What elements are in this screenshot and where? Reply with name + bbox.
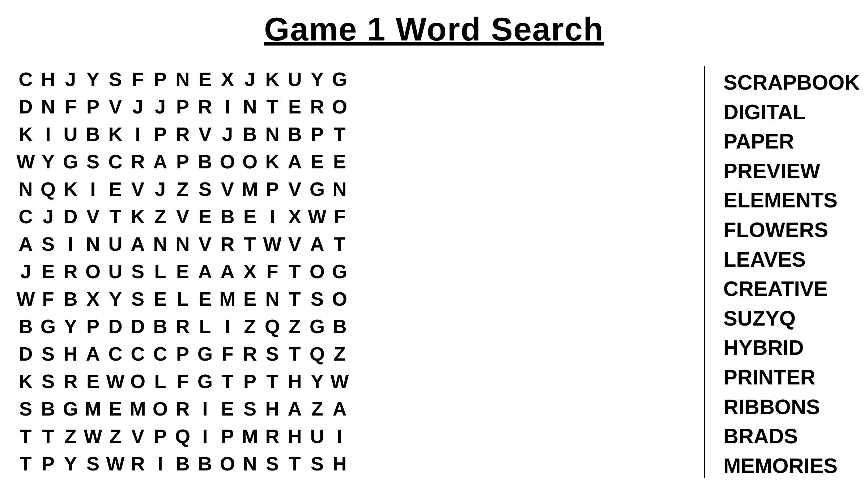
grid-cell-3-10: O	[239, 149, 261, 175]
grid-cell-0-1: H	[37, 66, 59, 92]
grid-cell-13-6: P	[149, 423, 171, 449]
grid-cell-5-8: E	[194, 203, 216, 229]
grid-cell-2-5: I	[127, 121, 149, 147]
grid-cell-7-1: E	[37, 258, 59, 284]
grid-cell-8-5: S	[127, 286, 149, 312]
grid-cell-13-0: T	[14, 423, 37, 449]
word-item-9: HYBRID	[723, 335, 854, 360]
grid-cell-2-12: B	[284, 121, 306, 147]
grid-cell-7-9: A	[216, 258, 239, 284]
grid-cell-11-13: Y	[306, 368, 328, 394]
grid-cell-9-3: P	[82, 313, 104, 339]
grid-cell-8-13: S	[306, 286, 328, 312]
grid-cell-11-5: O	[127, 368, 149, 394]
grid-cell-0-7: N	[171, 66, 194, 92]
grid-cell-12-14: A	[328, 396, 351, 422]
grid-cell-5-1: J	[37, 203, 59, 229]
grid-cell-9-13: G	[306, 313, 328, 339]
grid-cell-9-11: Q	[261, 313, 284, 339]
grid-cell-14-2: Y	[59, 451, 82, 477]
grid-row: JEROUSLEAAXFTOG	[14, 258, 678, 284]
grid-cell-14-13: S	[306, 451, 328, 477]
grid-cell-3-5: R	[127, 149, 149, 175]
grid-cell-10-1: S	[37, 341, 59, 367]
grid-cell-13-11: R	[261, 423, 284, 449]
grid-cell-0-0: C	[14, 66, 37, 92]
grid-cell-0-14: G	[328, 66, 351, 92]
grid-cell-0-6: P	[149, 66, 171, 92]
grid-cell-9-5: D	[127, 313, 149, 339]
grid-cell-12-5: M	[127, 396, 149, 422]
grid-cell-11-14: W	[328, 368, 351, 394]
grid-cell-14-4: W	[104, 451, 127, 477]
grid-cell-9-8: L	[194, 313, 216, 339]
vertical-divider	[704, 66, 705, 478]
grid-cell-12-13: Z	[306, 396, 328, 422]
grid-cell-0-11: K	[261, 66, 284, 92]
grid-cell-2-2: U	[59, 121, 82, 147]
grid-cell-3-13: E	[306, 149, 328, 175]
grid-cell-5-13: W	[306, 203, 328, 229]
grid-cell-9-9: I	[216, 313, 239, 339]
grid-cell-8-11: N	[261, 286, 284, 312]
grid-cell-13-2: Z	[59, 423, 82, 449]
word-item-4: ELEMENTS	[723, 188, 854, 213]
grid-cell-5-12: X	[284, 203, 306, 229]
grid-cell-14-6: I	[149, 451, 171, 477]
grid-cell-13-14: I	[328, 423, 351, 449]
grid-cell-10-9: F	[216, 341, 239, 367]
grid-cell-14-1: P	[37, 451, 59, 477]
grid-cell-3-14: E	[328, 149, 351, 175]
grid-cell-12-12: A	[284, 396, 306, 422]
grid-cell-5-3: V	[82, 203, 104, 229]
grid-cell-11-11: T	[261, 368, 284, 394]
grid-cell-14-7: B	[171, 451, 194, 477]
grid-cell-9-14: B	[328, 313, 351, 339]
grid-cell-9-4: D	[104, 313, 127, 339]
grid-cell-4-14: N	[328, 176, 351, 202]
word-item-0: SCRAPBOOK	[723, 70, 854, 95]
grid-cell-8-7: L	[171, 286, 194, 312]
grid-row: NQKIEVJZSVMPVGN	[14, 176, 678, 202]
grid-cell-2-8: V	[194, 121, 216, 147]
grid-cell-4-2: K	[59, 176, 82, 202]
grid-cell-1-9: I	[216, 94, 239, 120]
grid-cell-11-9: T	[216, 368, 239, 394]
grid-cell-14-8: B	[194, 451, 216, 477]
grid-cell-7-13: O	[306, 258, 328, 284]
grid-cell-9-6: B	[149, 313, 171, 339]
grid-cell-1-0: D	[14, 94, 37, 120]
grid-cell-12-3: M	[82, 396, 104, 422]
grid-cell-6-1: S	[37, 231, 59, 257]
grid-cell-13-10: M	[239, 423, 261, 449]
grid-cell-4-8: S	[194, 176, 216, 202]
grid-cell-8-6: E	[149, 286, 171, 312]
grid-cell-8-14: O	[328, 286, 351, 312]
word-item-8: SUZYQ	[723, 306, 854, 331]
grid-row: TTZWZVPQIPMRHUI	[14, 423, 678, 449]
grid-cell-3-2: G	[59, 149, 82, 175]
grid-cell-6-4: U	[104, 231, 127, 257]
grid-cell-5-5: K	[127, 203, 149, 229]
grid-cell-5-6: Z	[149, 203, 171, 229]
grid-cell-8-1: F	[37, 286, 59, 312]
word-item-13: MEMORIES	[723, 453, 854, 478]
grid-cell-6-2: I	[59, 231, 82, 257]
grid-cell-6-9: R	[216, 231, 239, 257]
grid-cell-14-0: T	[14, 451, 37, 477]
grid-cell-13-1: T	[37, 423, 59, 449]
grid-cell-3-1: Y	[37, 149, 59, 175]
grid-cell-4-7: Z	[171, 176, 194, 202]
grid-cell-2-1: I	[37, 121, 59, 147]
grid-cell-14-10: N	[239, 451, 261, 477]
grid-cell-8-2: B	[59, 286, 82, 312]
grid-cell-3-12: A	[284, 149, 306, 175]
grid-cell-1-12: E	[284, 94, 306, 120]
grid-cell-5-2: D	[59, 203, 82, 229]
grid-cell-8-3: X	[82, 286, 104, 312]
grid-cell-5-4: T	[104, 203, 127, 229]
grid-cell-11-8: G	[194, 368, 216, 394]
grid-cell-8-8: E	[194, 286, 216, 312]
grid-cell-5-14: F	[328, 203, 351, 229]
grid-cell-11-3: E	[82, 368, 104, 394]
